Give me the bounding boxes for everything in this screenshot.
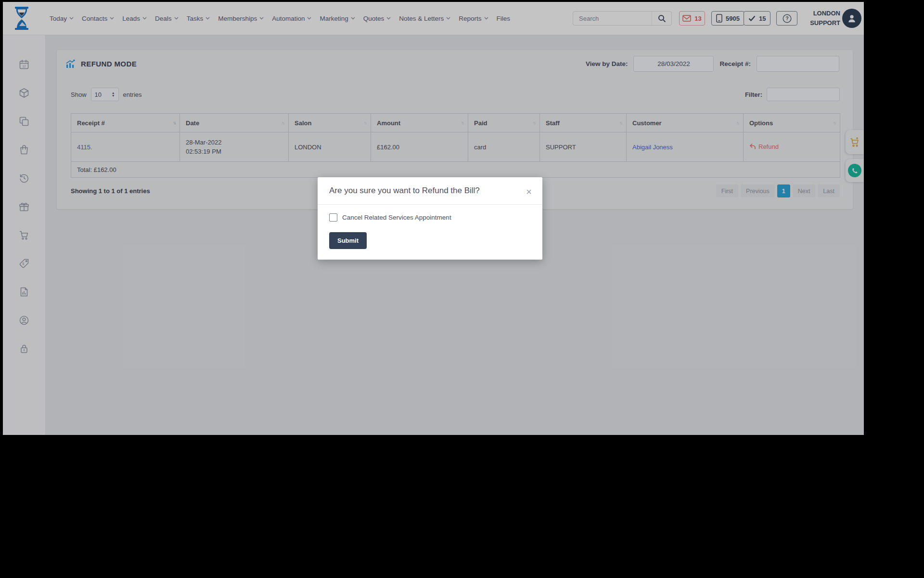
checkbox-label: Cancel Related Services Appointment xyxy=(342,214,451,221)
close-icon[interactable]: × xyxy=(524,186,534,197)
modal-header: Are you sure you want to Refund the Bill… xyxy=(318,177,542,205)
cancel-services-checkbox-row[interactable]: Cancel Related Services Appointment xyxy=(329,213,531,222)
submit-button[interactable]: Submit xyxy=(329,232,367,249)
refund-confirm-modal: Are you sure you want to Refund the Bill… xyxy=(318,177,542,260)
app-window: Today Contacts Leads Deals Tasks Members… xyxy=(3,2,864,435)
modal-title: Are you sure you want to Refund the Bill… xyxy=(329,186,524,196)
modal-body: Cancel Related Services Appointment Subm… xyxy=(318,205,542,260)
checkbox[interactable] xyxy=(329,213,337,222)
